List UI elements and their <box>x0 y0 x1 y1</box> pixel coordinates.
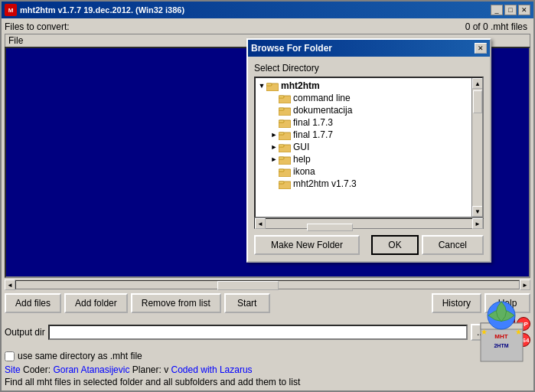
browse-folder-dialog[interactable]: Browse For Folder ✕ Select Directory ▼mh… <box>246 38 491 263</box>
status-text: Find all mht files in selected folder an… <box>5 377 300 387</box>
tree-item[interactable]: ►final 1.7.7 <box>256 129 471 141</box>
tree-item[interactable]: ▼mht2htm <box>256 80 471 92</box>
bottom-toolbar: Add files Add folder Remove from list St… <box>5 293 530 313</box>
same-dir-label: use same directory as .mht file <box>18 351 142 361</box>
svg-rect-14 <box>279 120 284 122</box>
dialog-buttons: Make New Folder OK Cancel <box>254 235 484 255</box>
select-directory-label: Select Directory <box>254 63 484 74</box>
folder-tree[interactable]: ▼mht2htmcommand linedokumentacijafinal 1… <box>256 78 471 217</box>
svg-rect-12 <box>279 108 284 110</box>
checkbox-row: use same directory as .mht file <box>5 351 530 361</box>
coder-link[interactable]: Goran Atanasijevic <box>53 364 129 375</box>
svg-rect-18 <box>279 145 284 147</box>
scroll-left-arrow[interactable]: ◄ <box>5 279 15 290</box>
scroll-right-arrow[interactable]: ► <box>520 279 530 290</box>
output-label: Output dir <box>5 327 45 338</box>
coder-label: Coder: <box>23 364 51 375</box>
status-bar: Find all mht files in selected folder an… <box>5 377 530 387</box>
remove-from-list-button[interactable]: Remove from list <box>131 293 221 313</box>
file-count: 0 of 0 .mht files <box>465 21 527 32</box>
dialog-title: Browse For Folder <box>251 43 332 54</box>
add-folder-button[interactable]: Add folder <box>64 293 128 313</box>
close-button[interactable]: ✕ <box>518 5 530 15</box>
minimize-button[interactable]: _ <box>491 5 503 15</box>
cancel-button[interactable]: Cancel <box>422 235 484 255</box>
svg-text:MHT: MHT <box>494 333 507 340</box>
title-controls: _ □ ✕ <box>491 5 530 15</box>
tree-scroll-left[interactable]: ◄ <box>255 218 266 229</box>
site-link[interactable]: Site <box>5 364 21 375</box>
svg-rect-10 <box>279 96 284 98</box>
tree-item[interactable]: ►help <box>256 153 471 165</box>
tree-item[interactable]: command line <box>256 92 471 104</box>
dialog-close-button[interactable]: ✕ <box>475 43 487 54</box>
tree-item[interactable]: ►GUI <box>256 141 471 153</box>
svg-rect-16 <box>279 132 284 135</box>
footer-links: Site Coder: Goran Atanasijevic Planer: v… <box>5 364 530 375</box>
app-icon: M <box>5 4 17 16</box>
svg-text:★: ★ <box>481 328 488 336</box>
start-button[interactable]: Start <box>224 293 270 313</box>
main-window: M mht2htm v1.7.7 19.dec.2012. (Win32 i38… <box>0 0 535 392</box>
ok-button[interactable]: OK <box>371 235 418 255</box>
output-dir-row: Output dir ... HTM QP HTM <box>5 316 530 348</box>
box-image: MHT 2HTM ★ ★ <box>473 300 530 369</box>
svg-rect-22 <box>279 169 284 172</box>
svg-rect-24 <box>279 181 284 184</box>
scroll-up-arrow[interactable]: ▲ <box>472 78 483 89</box>
files-label: Files to convert: <box>5 21 70 32</box>
box-svg: MHT 2HTM ★ ★ <box>473 300 530 369</box>
tree-h-scrollbar[interactable]: ◄ ► <box>254 218 484 229</box>
v-scrollbar[interactable]: ▲ ▼ <box>471 78 482 217</box>
window-title: mht2htm v1.7.7 19.dec.2012. (Win32 i386) <box>20 5 184 15</box>
dialog-content: Select Directory ▼mht2htmcommand linedok… <box>248 57 490 261</box>
dialog-title-bar: Browse For Folder ✕ <box>248 40 490 57</box>
folder-tree-container: ▼mht2htmcommand linedokumentacijafinal 1… <box>254 77 484 218</box>
svg-text:2HTM: 2HTM <box>494 343 508 348</box>
output-input[interactable] <box>48 325 468 340</box>
lazarus-link[interactable]: Coded with Lazarus <box>171 364 253 375</box>
maximize-button[interactable]: □ <box>504 5 517 15</box>
tree-item[interactable]: mht2htm v1.7.3 <box>256 178 471 190</box>
svg-rect-20 <box>279 157 284 159</box>
svg-text:★: ★ <box>515 328 522 336</box>
tree-item[interactable]: ikona <box>256 165 471 178</box>
make-new-folder-button[interactable]: Make New Folder <box>254 235 360 255</box>
planer-label: Planer: v <box>132 364 168 375</box>
svg-rect-8 <box>266 83 272 86</box>
tree-item[interactable]: dokumentacija <box>256 104 471 116</box>
tree-item[interactable]: final 1.7.3 <box>256 116 471 129</box>
tree-scroll-right[interactable]: ► <box>472 218 483 229</box>
add-files-button[interactable]: Add files <box>5 293 61 313</box>
scroll-down-arrow[interactable]: ▼ <box>472 206 483 217</box>
top-bar: Files to convert: 0 of 0 .mht files <box>5 21 530 32</box>
same-dir-checkbox[interactable] <box>5 351 15 361</box>
title-bar: M mht2htm v1.7.7 19.dec.2012. (Win32 i38… <box>2 2 533 18</box>
h-scrollbar[interactable]: ◄ ► <box>5 279 530 290</box>
